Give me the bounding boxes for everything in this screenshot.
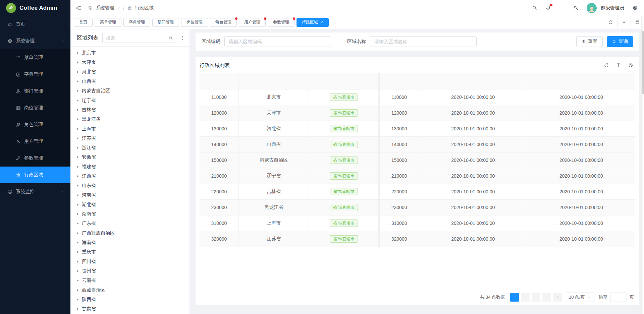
tree-item[interactable]: 海南省 bbox=[71, 238, 190, 247]
row-density-icon[interactable] bbox=[616, 63, 621, 68]
tree-item[interactable]: 北京市 bbox=[71, 48, 190, 58]
scrollbar-thumb[interactable] bbox=[642, 30, 644, 94]
collapse-sidebar-icon[interactable] bbox=[76, 5, 82, 11]
sidebar-item[interactable]: 字典管理 bbox=[0, 66, 70, 83]
jump-page-input[interactable] bbox=[610, 293, 627, 302]
close-tab-icon[interactable] bbox=[320, 21, 323, 24]
column-settings-icon[interactable] bbox=[628, 63, 633, 68]
tree-item[interactable]: 广西壮族自治区 bbox=[71, 229, 190, 238]
vertical-scrollbar[interactable] bbox=[641, 16, 644, 314]
caret-right-icon[interactable] bbox=[76, 89, 79, 92]
tree-item[interactable]: 辽宁省 bbox=[71, 96, 190, 105]
tree-item[interactable]: 贵州省 bbox=[71, 266, 190, 276]
caret-right-icon[interactable] bbox=[76, 165, 79, 169]
tree-item[interactable]: 广东省 bbox=[71, 219, 190, 228]
tree-item[interactable]: 内蒙古自治区 bbox=[71, 86, 190, 96]
page-button[interactable] bbox=[521, 293, 530, 302]
caret-right-icon[interactable] bbox=[76, 155, 79, 159]
tree-item[interactable]: 四川省 bbox=[71, 257, 190, 266]
sidebar-item[interactable]: 部门管理 bbox=[0, 83, 70, 100]
page-button[interactable] bbox=[532, 293, 540, 302]
tree-item[interactable]: 山东省 bbox=[71, 181, 190, 190]
caret-right-icon[interactable] bbox=[76, 108, 79, 112]
view-tab[interactable]: 菜单管理 bbox=[95, 18, 121, 27]
caret-right-icon[interactable] bbox=[76, 80, 79, 83]
chevron-down-icon[interactable] bbox=[117, 6, 120, 10]
caret-right-icon[interactable] bbox=[76, 146, 79, 149]
notifications-bell-icon[interactable] bbox=[545, 5, 551, 11]
refresh-table-icon[interactable] bbox=[604, 63, 609, 68]
sidebar-item[interactable]: 系统监控 bbox=[0, 183, 70, 200]
sidebar-item[interactable]: 参数管理 bbox=[0, 150, 70, 167]
tree-item[interactable]: 吉林省 bbox=[71, 105, 190, 115]
tree-item[interactable]: 江苏省 bbox=[71, 134, 190, 143]
tree-item[interactable]: 天津市 bbox=[71, 58, 190, 67]
caret-right-icon[interactable] bbox=[76, 269, 79, 273]
tree-item[interactable]: 安徽省 bbox=[71, 152, 190, 162]
caret-right-icon[interactable] bbox=[76, 298, 79, 301]
filter-field-input[interactable] bbox=[224, 36, 331, 47]
language-switch-icon[interactable] bbox=[573, 5, 579, 11]
caret-right-icon[interactable] bbox=[76, 260, 79, 263]
sidebar-item[interactable]: 菜单管理 bbox=[0, 49, 70, 66]
sidebar-item[interactable]: 首页 bbox=[0, 16, 70, 33]
view-tab[interactable]: 角色管理 bbox=[210, 18, 237, 27]
caret-right-icon[interactable] bbox=[76, 118, 79, 121]
caret-right-icon[interactable] bbox=[76, 279, 79, 282]
tree-item[interactable]: 甘肃省 bbox=[71, 304, 190, 314]
view-tab[interactable]: 参数管理 bbox=[268, 18, 294, 27]
caret-right-icon[interactable] bbox=[76, 51, 79, 55]
caret-right-icon[interactable] bbox=[76, 127, 79, 131]
page-size-select[interactable]: 10 条/页 bbox=[566, 293, 594, 302]
tree-item[interactable]: 山西省 bbox=[71, 77, 190, 86]
view-tab[interactable]: 首页 bbox=[74, 18, 93, 27]
sidebar-item[interactable]: 岗位管理 bbox=[0, 100, 70, 116]
caret-right-icon[interactable] bbox=[76, 289, 79, 292]
reset-button[interactable]: 重置 bbox=[576, 36, 603, 47]
caret-right-icon[interactable] bbox=[76, 203, 79, 206]
view-tab[interactable]: 岗位管理 bbox=[181, 18, 208, 27]
tree-item[interactable]: 湖北省 bbox=[71, 200, 190, 209]
caret-right-icon[interactable] bbox=[76, 70, 79, 74]
view-tab[interactable]: 行政区域 bbox=[297, 18, 329, 27]
caret-right-icon[interactable] bbox=[76, 175, 79, 178]
user-name[interactable]: 超级管理员 bbox=[601, 5, 624, 11]
sidebar-item[interactable]: 用户管理 bbox=[0, 133, 70, 150]
fullscreen-icon[interactable] bbox=[559, 5, 565, 11]
caret-right-icon[interactable] bbox=[76, 232, 79, 235]
tree-item[interactable]: 上海市 bbox=[71, 124, 190, 133]
caret-right-icon[interactable] bbox=[76, 212, 79, 216]
caret-right-icon[interactable] bbox=[76, 61, 79, 64]
view-tab[interactable]: 用户管理 bbox=[239, 18, 266, 27]
user-avatar[interactable] bbox=[587, 3, 597, 13]
caret-right-icon[interactable] bbox=[76, 99, 79, 102]
next-page-button[interactable] bbox=[553, 293, 562, 302]
tree-item[interactable]: 黑龙江省 bbox=[71, 115, 190, 124]
caret-right-icon[interactable] bbox=[76, 184, 79, 187]
breadcrumb-item[interactable]: 系统管理 bbox=[96, 5, 114, 11]
query-button[interactable]: 查询 bbox=[607, 36, 633, 47]
tree-item[interactable]: 重庆市 bbox=[71, 247, 190, 257]
refresh-view-button[interactable] bbox=[604, 16, 617, 29]
page-button[interactable] bbox=[510, 293, 519, 302]
tree-item[interactable]: 陕西省 bbox=[71, 295, 190, 304]
view-tab[interactable]: 部门管理 bbox=[152, 18, 179, 27]
sidebar-item[interactable]: 系统管理 bbox=[0, 33, 70, 49]
tree-item[interactable]: 云南省 bbox=[71, 276, 190, 285]
page-button[interactable] bbox=[542, 293, 551, 302]
settings-gear-icon[interactable] bbox=[632, 5, 638, 11]
caret-right-icon[interactable] bbox=[76, 307, 79, 311]
search-icon[interactable] bbox=[532, 5, 537, 11]
tree-item[interactable]: 湖南省 bbox=[71, 209, 190, 219]
tree-item[interactable]: 河南省 bbox=[71, 190, 190, 200]
more-options-icon[interactable] bbox=[180, 35, 185, 41]
tree-search-input[interactable] bbox=[103, 33, 165, 43]
caret-right-icon[interactable] bbox=[76, 250, 79, 254]
tab-options-button[interactable] bbox=[617, 16, 631, 29]
caret-right-icon[interactable] bbox=[76, 222, 79, 225]
tree-item[interactable]: 河北省 bbox=[71, 67, 190, 77]
caret-right-icon[interactable] bbox=[76, 137, 79, 140]
tree-item[interactable]: 江西省 bbox=[71, 172, 190, 181]
tree-item[interactable]: 福建省 bbox=[71, 162, 190, 172]
caret-right-icon[interactable] bbox=[76, 194, 79, 197]
